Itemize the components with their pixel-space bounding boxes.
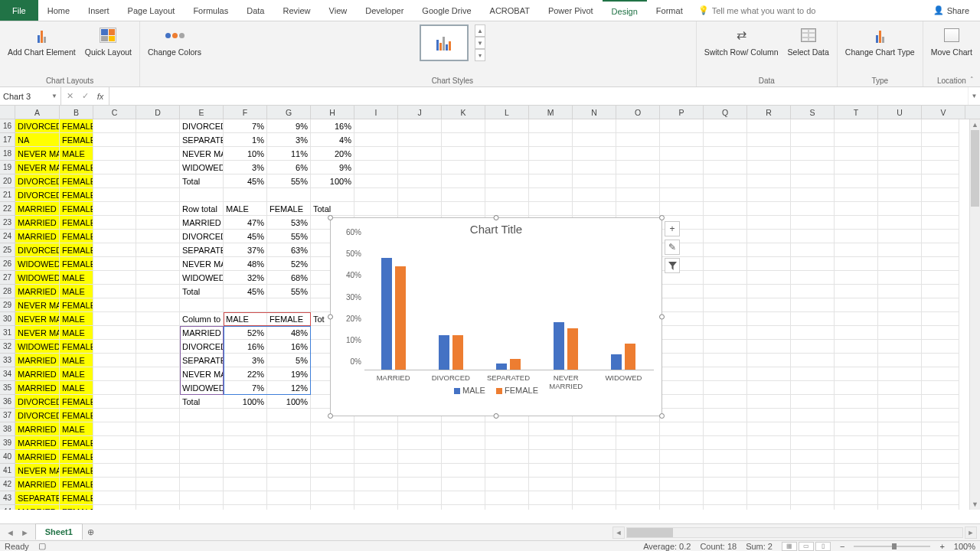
cell[interactable]: [704, 450, 747, 464]
cell[interactable]: [922, 188, 959, 202]
cell[interactable]: [835, 354, 878, 367]
cell[interactable]: [922, 367, 959, 381]
cell[interactable]: [136, 381, 180, 395]
cell[interactable]: MARRIED: [15, 216, 60, 230]
cell[interactable]: FEMALE: [60, 409, 93, 422]
cell[interactable]: MALE: [60, 354, 93, 367]
tab-formulas[interactable]: Formulas: [184, 0, 237, 21]
cell[interactable]: [224, 188, 267, 202]
chart-bar[interactable]: [395, 266, 406, 370]
cell[interactable]: [529, 464, 573, 478]
cell[interactable]: [704, 174, 747, 188]
zoom-level[interactable]: 100%: [954, 542, 975, 551]
cell[interactable]: [136, 422, 180, 436]
row-header[interactable]: 23: [0, 216, 15, 230]
cell[interactable]: [616, 450, 660, 464]
cell[interactable]: [878, 478, 922, 491]
cell[interactable]: [398, 202, 442, 216]
cell[interactable]: [922, 119, 959, 133]
name-box-dropdown-icon[interactable]: ▼: [51, 93, 57, 99]
tell-me-search[interactable]: 💡 Tell me what you want to do: [692, 0, 822, 21]
cell[interactable]: 9%: [311, 161, 354, 174]
cell[interactable]: [660, 478, 704, 491]
cell[interactable]: [311, 188, 354, 202]
cell[interactable]: [354, 436, 398, 450]
column-header[interactable]: U: [878, 106, 922, 119]
cell[interactable]: [616, 478, 660, 491]
cell[interactable]: 45%: [224, 285, 267, 298]
cell[interactable]: [573, 188, 616, 202]
cell[interactable]: [835, 450, 878, 464]
column-header[interactable]: F: [224, 106, 267, 119]
cell[interactable]: FEMALE: [60, 161, 93, 174]
cell[interactable]: [398, 174, 442, 188]
move-chart-button[interactable]: Move Chart: [928, 23, 975, 57]
column-header[interactable]: V: [922, 106, 965, 119]
cell[interactable]: [354, 450, 398, 464]
cell[interactable]: [485, 147, 529, 161]
cell[interactable]: [660, 147, 704, 161]
cell[interactable]: MARRIED: [15, 202, 60, 216]
cell[interactable]: [878, 243, 922, 257]
row-header[interactable]: 29: [0, 298, 15, 312]
cell[interactable]: [224, 478, 267, 491]
cell[interactable]: [704, 367, 747, 381]
chart-handle[interactable]: [328, 315, 333, 320]
cell[interactable]: [573, 202, 616, 216]
cell[interactable]: [224, 422, 267, 436]
column-header[interactable]: I: [354, 106, 398, 119]
cell[interactable]: 37%: [224, 243, 267, 257]
cell[interactable]: 16%: [267, 340, 311, 354]
cell[interactable]: [922, 326, 959, 340]
cell[interactable]: [747, 464, 791, 478]
cell[interactable]: [791, 422, 835, 436]
cell[interactable]: DIVORCED: [15, 409, 60, 422]
cell[interactable]: [354, 119, 398, 133]
cell[interactable]: [704, 436, 747, 450]
cell[interactable]: [660, 409, 704, 422]
change-chart-type-button[interactable]: Change Chart Type: [842, 23, 918, 57]
cell[interactable]: 45%: [224, 230, 267, 243]
cell[interactable]: [835, 133, 878, 147]
cell[interactable]: [747, 354, 791, 367]
cell[interactable]: DIVORCED: [180, 119, 224, 133]
cell[interactable]: [922, 491, 959, 505]
cell[interactable]: DIVORCED: [15, 188, 60, 202]
cell[interactable]: [704, 133, 747, 147]
cell[interactable]: [922, 216, 959, 230]
cell[interactable]: [704, 478, 747, 491]
cell[interactable]: [93, 354, 136, 367]
cell[interactable]: [224, 298, 267, 312]
cell[interactable]: [835, 161, 878, 174]
chart-bar[interactable]: [625, 344, 635, 370]
cell[interactable]: FEMALE: [60, 298, 93, 312]
cell[interactable]: 19%: [267, 367, 311, 381]
column-header[interactable]: B: [60, 106, 93, 119]
cell[interactable]: [791, 298, 835, 312]
cell[interactable]: [136, 119, 180, 133]
cell[interactable]: [398, 491, 442, 505]
cell[interactable]: 4%: [311, 133, 354, 147]
cell[interactable]: [660, 505, 704, 510]
cell[interactable]: [529, 174, 573, 188]
cell[interactable]: [747, 450, 791, 464]
cell[interactable]: WIDOWED: [180, 271, 224, 285]
chart-bar[interactable]: [452, 335, 463, 370]
cell[interactable]: SEPARATE: [180, 243, 224, 257]
cell[interactable]: [442, 422, 485, 436]
cell[interactable]: [93, 367, 136, 381]
name-box[interactable]: Chart 3 ▼: [0, 87, 61, 105]
cell[interactable]: [791, 188, 835, 202]
cell[interactable]: [442, 161, 485, 174]
cell[interactable]: [878, 285, 922, 298]
cell[interactable]: MALE: [60, 422, 93, 436]
row-header[interactable]: 18: [0, 147, 15, 161]
cell[interactable]: [704, 505, 747, 510]
cell[interactable]: [835, 188, 878, 202]
cell[interactable]: [136, 367, 180, 381]
row-header[interactable]: 32: [0, 340, 15, 354]
cell[interactable]: Total: [180, 285, 224, 298]
cell[interactable]: [93, 271, 136, 285]
cell[interactable]: [354, 464, 398, 478]
cell[interactable]: [878, 147, 922, 161]
